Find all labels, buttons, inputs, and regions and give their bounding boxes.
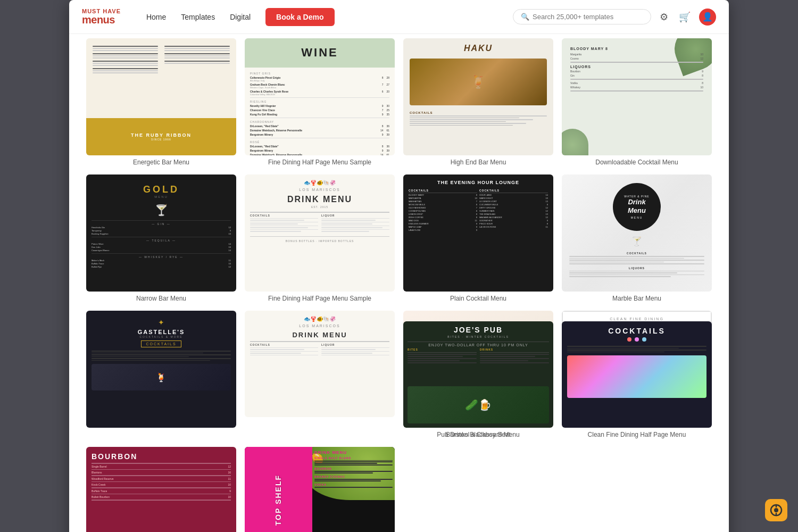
template-label-8: Marble Bar Menu [562, 295, 712, 302]
template-card-mariscos2[interactable]: 🐟🦞🐠🐚🦑 LOS MARISCOS DRINK MENU COCKTAILS [245, 311, 395, 438]
template-label-5: Narrow Bar Menu [86, 295, 236, 302]
template-card-bourbon[interactable]: BOURBON Single Barrel12 Blantons16 Woodf… [86, 447, 236, 532]
nav-templates[interactable]: Templates [181, 13, 215, 21]
template-card-energetic-bar[interactable]: THE RUBY RIBBON SINCE 1966 Energetic Bar… [86, 38, 236, 166]
logo[interactable]: MUST HAVE menus [82, 9, 121, 25]
app-icon[interactable] [765, 499, 787, 521]
template-card-downloadable-cocktail[interactable]: BLOODY MARY 8 Margarita10 Cosmo12 LIQUOR… [562, 38, 712, 166]
search-icon: 🔍 [521, 13, 529, 21]
template-label-6: Fine Dining Half Page Menu Sample [245, 295, 395, 302]
settings-button[interactable]: ⚙ [658, 9, 670, 25]
template-label-7: Plain Cocktail Menu [403, 295, 553, 302]
logo-menus: menus [82, 14, 121, 25]
header-right: 🔍 ⚙ 🛒 👤 [513, 9, 716, 26]
search-bar[interactable]: 🔍 [513, 9, 651, 24]
template-thumb-7: THE EVENING HOUR LOUNGE COCKTAILS BLOODY… [403, 174, 553, 292]
template-card-joes-pub[interactable]: JOE'S PUB BITES · WINTER COCKTAILS ENJOY… [403, 321, 553, 532]
template-label-4: Downloadable Cocktail Menu [562, 159, 712, 166]
template-thumb-joes: JOE'S PUB BITES · WINTER COCKTAILS ENJOY… [403, 321, 553, 428]
template-card-mariscos[interactable]: 🐟🦞🐠🐚🦑 LOS MARISCOS DRINK MENU EST. 2015 … [245, 174, 395, 302]
template-thumb-bourbon: BOURBON Single Barrel12 Blantons16 Woodf… [86, 447, 236, 532]
template-thumb-4: BLOODY MARY 8 Margarita10 Cosmo12 LIQUOR… [562, 38, 712, 155]
template-thumb-5: GOLD MENU 🍸 — GIN — Hendricks Gin12 Tanq… [86, 174, 236, 292]
template-card-colorful[interactable]: COCKTAILS [562, 321, 712, 532]
template-thumb-10: 🐟🦞🐠🐚🦑 LOS MARISCOS DRINK MENU COCKTAILS [245, 311, 395, 417]
cart-button[interactable]: 🛒 [677, 9, 693, 25]
user-avatar-button[interactable]: 👤 [699, 9, 716, 26]
template-card-gastelles[interactable]: ✦ GASTELLE'S COCKTAILS & MORE COCKTAILS [86, 311, 236, 438]
template-card-evening-lounge[interactable]: THE EVENING HOUR LOUNGE COCKTAILS BLOODY… [403, 174, 553, 302]
template-thumb-6: 🐟🦞🐠🐚🦑 LOS MARISCOS DRINK MENU EST. 2015 … [245, 174, 395, 292]
nav: Home Templates Digital Book a Demo [146, 8, 335, 26]
template-thumb-3: HAKU 🍹 Cocktails [403, 38, 553, 155]
template-label-joes: Pub Drinks Blackboard Menu [403, 431, 553, 438]
svg-point-1 [774, 508, 778, 512]
search-input[interactable] [533, 13, 643, 21]
book-demo-button[interactable]: Book a Demo [265, 8, 334, 26]
header: MUST HAVE menus Home Templates Digital B… [69, 0, 729, 34]
nav-digital[interactable]: Digital [230, 13, 251, 21]
template-card-narrow-bar[interactable]: GOLD MENU 🍸 — GIN — Hendricks Gin12 Tanq… [86, 174, 236, 302]
template-card-marble-bar[interactable]: Water & Pine DrinkMenu MENU 🍸 Cocktails [562, 174, 712, 302]
template-card-topshelf[interactable]: 🍋 TOP SHELF DRINK MENU Single Malt Blend [245, 447, 395, 532]
template-thumb-8: Water & Pine DrinkMenu MENU 🍸 Cocktails [562, 174, 712, 292]
template-thumb-2: WINE PINOT GRIS Colterenzio Pinot Grigio… [245, 38, 395, 155]
template-label-3: High End Bar Menu [403, 159, 553, 166]
template-thumb-1: THE RUBY RIBBON SINCE 1966 [86, 38, 236, 155]
template-card-haku[interactable]: HAKU 🍹 Cocktails High End Bar [403, 38, 553, 166]
template-label-1: Energetic Bar Menu [86, 159, 236, 166]
template-thumb-9: ✦ GASTELLE'S COCKTAILS & MORE COCKTAILS [86, 311, 236, 428]
nav-home[interactable]: Home [146, 13, 166, 21]
template-thumb-topshelf: 🍋 TOP SHELF DRINK MENU Single Malt Blend [245, 447, 395, 532]
template-card-wine[interactable]: WINE PINOT GRIS Colterenzio Pinot Grigio… [245, 38, 395, 166]
template-label-2: Fine Dining Half Page Menu Sample [245, 159, 395, 166]
template-thumb-colorful: COCKTAILS [562, 321, 712, 428]
